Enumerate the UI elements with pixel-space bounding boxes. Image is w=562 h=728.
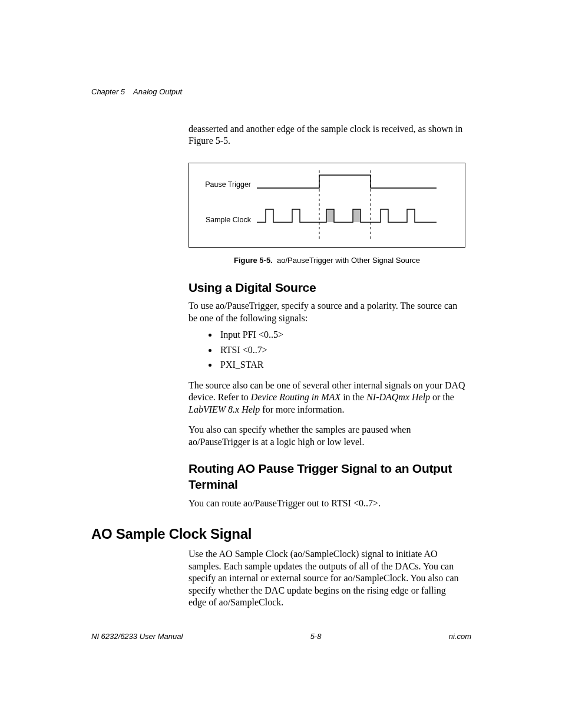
figure-label-pause-trigger: Pause Trigger [192,180,251,189]
sec3-p1: Use the AO Sample Clock (ao/SampleClock)… [189,548,465,608]
intro-paragraph: deasserted and another edge of the sampl… [189,123,465,147]
page-footer: NI 6232/6233 User Manual 5-8 ni.com [91,632,471,641]
list-item: PXI_STAR [218,359,465,371]
sec1-p1: To use ao/PauseTrigger, specify a source… [189,300,465,324]
footer-url: ni.com [449,632,471,641]
footer-page-number: 5-8 [310,632,322,641]
sec1-p3: You also can specify whether the samples… [189,424,465,448]
footer-manual-title: NI 6232/6233 User Manual [91,632,183,641]
figure-5-5: Pause Trigger Sample Clock [189,163,465,248]
timing-diagram-svg [189,163,465,247]
heading-using-digital-source: Using a Digital Source [189,280,465,296]
svg-rect-3 [353,209,361,222]
svg-rect-2 [326,209,334,222]
sec1-p2: The source also can be one of several ot… [189,380,465,416]
heading-ao-sample-clock: AO Sample Clock Signal [91,526,471,542]
figure-caption-text: ao/PauseTrigger with Other Signal Source [277,256,420,265]
figure-label-sample-clock: Sample Clock [192,215,251,225]
figure-caption-label: Figure 5-5. [234,256,273,265]
chapter-label: Chapter 5 [91,87,125,96]
list-item: RTSI <0..7> [218,344,465,356]
chapter-title: Analog Output [133,87,182,96]
list-item: Input PFI <0..5> [218,329,465,341]
signal-list: Input PFI <0..5> RTSI <0..7> PXI_STAR [189,329,465,371]
heading-routing-pause-trigger: Routing AO Pause Trigger Signal to an Ou… [189,461,465,493]
sec2-p1: You can route ao/PauseTrigger out to RTS… [189,498,465,509]
figure-caption: Figure 5-5. ao/PauseTrigger with Other S… [189,256,465,266]
running-header: Chapter 5 Analog Output [91,87,471,96]
